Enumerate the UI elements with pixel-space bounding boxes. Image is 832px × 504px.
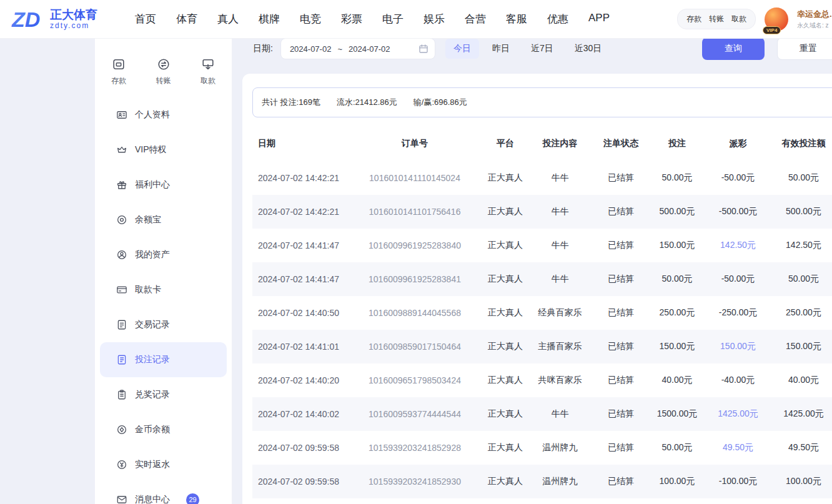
nav-item[interactable]: 彩票: [341, 12, 362, 26]
cell-payout: -100.00元: [705, 476, 771, 487]
cell-bet-content: 共咪百家乐: [527, 375, 593, 386]
sidebar-item[interactable]: VIP特权: [100, 132, 227, 167]
cell-bet-content: 牛牛: [527, 274, 593, 285]
cell-order-number: 1016009859017150464: [346, 342, 483, 352]
cell-valid-amount: 50.00元: [771, 172, 832, 184]
quick-range-option[interactable]: 近30日: [567, 39, 610, 59]
sidebar-item-label: 实时返水: [135, 459, 170, 470]
cell-order-number: 1016009961925283840: [346, 240, 483, 250]
sidebar-item[interactable]: 福利中心: [100, 167, 227, 202]
cell-payout: -40.00元: [705, 375, 771, 386]
cell-status: 已结算: [593, 172, 649, 184]
nav-item[interactable]: 真人: [217, 12, 239, 26]
sidebar-item[interactable]: 取款卡: [100, 272, 227, 307]
column-header: 注单状态: [593, 138, 649, 149]
coin-icon: [116, 214, 127, 225]
table-row: 2024-07-02 14:41:011016009859017150464正大…: [252, 330, 832, 363]
brand-logo[interactable]: ZD 正大体育 zdty.com: [0, 6, 122, 32]
transfer-icon: [157, 57, 171, 71]
cell-valid-amount: 500.00元: [771, 206, 832, 217]
nav-item[interactable]: 首页: [135, 12, 156, 26]
cell-status: 已结算: [593, 307, 649, 319]
sidebar-item-label: 交易记录: [135, 319, 170, 330]
cell-status: 已结算: [593, 206, 649, 217]
query-button[interactable]: 查询: [702, 37, 765, 60]
cell-platform: 正大真人: [483, 442, 527, 453]
navbar-right: 存款转账取款 VIP4 幸运金总... 永久域名: z: [677, 7, 832, 31]
cell-payout: -500.00元: [705, 206, 771, 217]
sidebar-item-label: VIP特权: [135, 144, 167, 156]
nav-item[interactable]: 客服: [506, 12, 527, 26]
quick-action[interactable]: 存款: [111, 57, 126, 86]
quick-action-label: 取款: [201, 76, 215, 86]
sidebar-item[interactable]: 投注记录: [100, 342, 227, 377]
cell-status: 已结算: [593, 375, 649, 386]
wallet-link[interactable]: 转账: [709, 14, 724, 24]
nav-item[interactable]: 体育: [176, 12, 197, 26]
top-navbar: ZD 正大体育 zdty.com 首页体育真人棋牌电竞彩票电子娱乐合营客服优惠A…: [0, 0, 832, 39]
cell-platform: 正大真人: [483, 206, 527, 217]
wallet-link[interactable]: 存款: [686, 14, 701, 24]
nav-item[interactable]: APP: [588, 12, 610, 26]
nav-item[interactable]: 优惠: [547, 12, 568, 26]
sidebar-item-label: 个人资料: [135, 109, 170, 121]
sidebar-item[interactable]: 兑奖记录: [100, 377, 227, 412]
quick-range-option[interactable]: 昨日: [484, 39, 518, 59]
nav-item[interactable]: 棋牌: [259, 12, 280, 26]
sidebar-item[interactable]: 我的资产: [100, 237, 227, 272]
quick-range-option[interactable]: 近7日: [523, 39, 562, 59]
cell-payout: 1425.00元: [705, 408, 771, 420]
cell-order-number: 1016010141110145024: [346, 173, 483, 183]
cell-payout: 49.50元: [705, 442, 771, 453]
quick-action[interactable]: 转账: [156, 57, 171, 86]
sidebar-item[interactable]: 实时返水: [100, 447, 227, 482]
cell-status: 已结算: [593, 341, 649, 352]
sidebar-item[interactable]: 个人资料: [100, 97, 227, 132]
calendar-icon[interactable]: [418, 44, 428, 54]
cell-bet-content: 牛牛: [527, 408, 593, 420]
redeem-icon: [116, 389, 127, 400]
sidebar-item[interactable]: 金币余额: [100, 412, 227, 447]
quick-action[interactable]: 取款: [201, 57, 215, 86]
sidebar-item-label: 我的资产: [135, 249, 170, 260]
cell-platform: 正大真人: [483, 274, 527, 285]
nav-item[interactable]: 电竞: [300, 12, 321, 26]
cell-bet-amount: 50.00元: [649, 442, 705, 453]
cell-order-number: 1015939203241852928: [346, 443, 483, 453]
quick-range-option[interactable]: 今日: [445, 39, 479, 59]
wallet-link[interactable]: 取款: [731, 14, 746, 24]
table-row: 2024-07-02 14:42:211016010141110145024正大…: [252, 161, 832, 195]
cell-order-number: 1015939203241852930: [346, 477, 483, 487]
sidebar-item[interactable]: 消息中心29: [100, 482, 227, 504]
column-header: 平台: [483, 138, 527, 149]
sidebar-item[interactable]: 余额宝: [100, 202, 227, 237]
quick-range-group: 今日昨日近7日近30日: [445, 39, 610, 59]
vip-badge: VIP4: [763, 26, 781, 34]
nav-item[interactable]: 娱乐: [423, 12, 445, 26]
nav-item[interactable]: 合营: [465, 12, 486, 26]
column-header: 日期: [252, 138, 346, 149]
nav-item[interactable]: 电子: [382, 12, 404, 26]
filter-bar: 日期: 2024-07-02 ~ 2024-07-02 今日昨日近7日近30日 …: [232, 35, 832, 62]
table-row: 2024-07-02 09:59:581015939203241852928正大…: [252, 431, 832, 465]
brand-logo-icon: ZD: [11, 6, 45, 32]
user-avatar[interactable]: VIP4: [765, 7, 788, 31]
column-header: 投注内容: [527, 138, 593, 149]
bank-card-icon: [116, 284, 127, 295]
transaction-doc-icon: [116, 319, 127, 330]
date-range-input[interactable]: 2024-07-02 ~ 2024-07-02: [280, 38, 435, 59]
cell-valid-amount: 100.00元: [771, 476, 832, 487]
column-header: 有效投注额: [771, 138, 832, 149]
sidebar-item-label: 兑奖记录: [135, 389, 170, 400]
cell-bet-amount: 1500.00元: [649, 408, 705, 420]
nav-menu: 首页体育真人棋牌电竞彩票电子娱乐合营客服优惠APP: [135, 12, 610, 26]
cell-bet-amount: 250.00元: [649, 307, 705, 319]
cell-platform: 正大真人: [483, 240, 527, 251]
user-meta: 幸运金总... 永久域名: z: [797, 9, 832, 30]
assets-icon: [116, 249, 127, 260]
brand-name: 正大体育: [50, 8, 97, 22]
sidebar-item[interactable]: 交易记录: [100, 307, 227, 342]
reset-button[interactable]: 重置: [777, 37, 832, 60]
cell-platform: 正大真人: [483, 408, 527, 420]
cell-bet-content: 主播百家乐: [527, 341, 593, 352]
